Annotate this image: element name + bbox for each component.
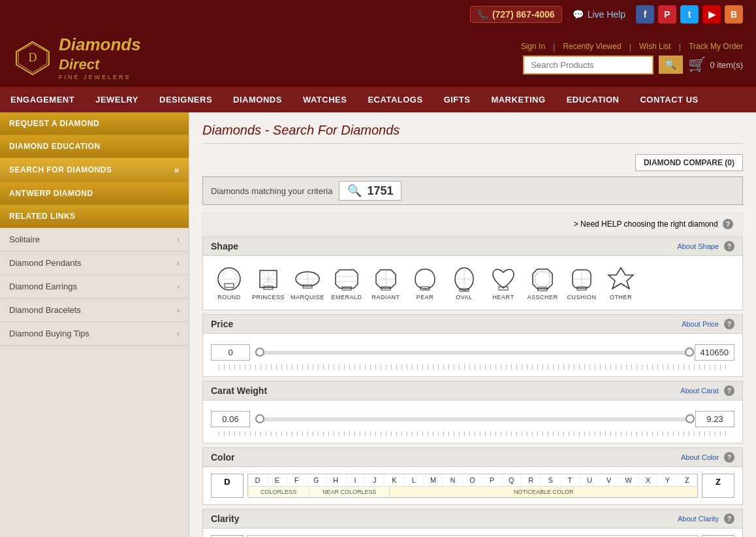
nav-engagement[interactable]: ENGAGEMENT xyxy=(0,87,85,112)
search-input[interactable] xyxy=(523,56,654,74)
about-color-icon: ? xyxy=(724,452,734,463)
shape-grid: ROUND PRINCESS xyxy=(211,263,734,303)
sign-in-link[interactable]: Sign In xyxy=(521,42,545,51)
nav-watches[interactable]: WATCHES xyxy=(292,87,358,112)
shape-round[interactable]: ROUND xyxy=(211,263,247,303)
logo-text-area: DiamondsDirect FINE JEWELERS xyxy=(59,35,141,80)
about-carat-link[interactable]: About Carat ? xyxy=(680,385,734,396)
help-icon[interactable]: ? xyxy=(723,219,733,229)
twitter-icon[interactable]: t xyxy=(680,5,699,24)
sidebar-link-earrings[interactable]: Diamond Earrings › xyxy=(0,275,189,299)
nav-gifts[interactable]: GIFTS xyxy=(433,87,481,112)
carat-filter-title: Carat Weight xyxy=(211,385,267,396)
nav-jewelry[interactable]: JEWELRY xyxy=(85,87,149,112)
about-clarity-link[interactable]: About Clarity ? xyxy=(678,513,734,524)
live-help-label: Live Help xyxy=(588,9,625,20)
phone-box[interactable]: 📞 (727) 867-4006 xyxy=(470,6,562,23)
carat-min-value[interactable]: 0.06 xyxy=(211,411,250,427)
chevron-icon: › xyxy=(177,306,180,315)
sidebar-btn-request[interactable]: REQUEST A DIAMOND xyxy=(0,112,189,135)
price-range-track[interactable] xyxy=(255,351,689,355)
sidebar-link-pendants[interactable]: Diamond Pendants › xyxy=(0,252,189,275)
sidebar-link-solitaire[interactable]: Solitaire › xyxy=(0,228,189,252)
chevron-icon: › xyxy=(177,329,180,338)
carat-range-track[interactable] xyxy=(255,417,690,421)
shape-filter-body: ROUND PRINCESS xyxy=(203,256,742,310)
cart-icon: 🛒 xyxy=(688,56,706,73)
svg-marker-20 xyxy=(336,270,358,288)
price-range-row: 0 410650 xyxy=(211,340,734,365)
color-min-val[interactable]: D xyxy=(211,474,244,498)
track-order-link[interactable]: Track My Order xyxy=(689,42,743,51)
shape-oval[interactable]: OVAL xyxy=(446,263,482,303)
sidebar-btn-education[interactable]: DIAMOND EDUCATION xyxy=(0,135,189,158)
nav-ecatalogs[interactable]: ECATALOGS xyxy=(357,87,433,112)
sidebar-btn-antwerp[interactable]: ANTWERP DIAMOND xyxy=(0,182,189,205)
shape-other[interactable]: OTHER xyxy=(603,263,639,303)
youtube-icon[interactable]: ▶ xyxy=(702,5,721,24)
shape-heart[interactable]: HEART xyxy=(485,263,522,303)
matching-count-box: 🔍 1751 xyxy=(339,181,402,201)
shape-pear[interactable]: PEAR xyxy=(407,263,443,303)
sidebar-link-bracelets[interactable]: Diamond Bracelets › xyxy=(0,299,189,322)
price-filter-title: Price xyxy=(211,319,233,329)
help-bar: > Need HELP choosing the right diamond ? xyxy=(202,213,743,235)
color-max-val[interactable]: Z xyxy=(702,474,734,498)
matching-bar: Diamonds matching your criteria 🔍 1751 xyxy=(202,176,743,205)
sidebar-btn-related[interactable]: RELATED LINKS xyxy=(0,205,189,228)
pinterest-icon[interactable]: P xyxy=(658,5,676,24)
cart-area[interactable]: 🛒 0 item(s) xyxy=(688,56,743,73)
carat-max-value[interactable]: 9.23 xyxy=(695,411,734,427)
sidebar-link-buying-tips[interactable]: Diamond Buying Tips › xyxy=(0,322,189,346)
compare-button[interactable]: DIAMOND COMPARE (0) xyxy=(635,154,743,171)
carat-filter-header: Carat Weight About Carat ? xyxy=(203,382,742,400)
shape-radiant[interactable]: RADIANT xyxy=(368,263,404,303)
blogger-icon[interactable]: B xyxy=(725,5,743,24)
price-filter-body: 0 410650 xyxy=(203,334,742,376)
recently-viewed-link[interactable]: Recently Viewed xyxy=(563,42,621,51)
nav-designers[interactable]: DESIGNERS xyxy=(149,87,223,112)
facebook-icon[interactable]: f xyxy=(636,5,654,24)
price-max-value[interactable]: 410650 xyxy=(695,344,734,361)
page-title: Diamonds - Search For Diamonds xyxy=(202,123,743,144)
svg-text:D: D xyxy=(29,51,37,64)
about-carat-icon: ? xyxy=(724,385,734,396)
live-help-icon: 💬 xyxy=(573,9,584,20)
logo-sub: FINE JEWELERS xyxy=(59,74,141,80)
wish-list-link[interactable]: Wish List xyxy=(639,42,671,51)
shape-filter-title: Shape xyxy=(211,241,238,252)
sidebar-btn-search[interactable]: SEARCH FOR DIAMONDS » xyxy=(0,158,189,182)
svg-marker-42 xyxy=(608,268,633,289)
shape-marquise[interactable]: MARQUISE xyxy=(289,263,326,303)
color-filter-header: Color About Color ? xyxy=(203,448,742,467)
shape-princess[interactable]: PRINCESS xyxy=(250,263,287,303)
nav-diamonds[interactable]: DIAMONDS xyxy=(223,87,292,112)
top-bar: 📞 (727) 867-4006 💬 Live Help f P t ▶ B xyxy=(0,0,756,29)
chevron-icon: › xyxy=(177,282,180,291)
about-color-link[interactable]: About Color ? xyxy=(681,452,734,463)
nav-contact-us[interactable]: CONTACT US xyxy=(629,87,708,112)
price-min-value[interactable]: 0 xyxy=(211,344,250,361)
clarity-filter: Clarity About Clarity ? FL FL IF VVS1 VV… xyxy=(202,509,743,537)
live-help[interactable]: 💬 Live Help xyxy=(573,9,625,20)
shape-cushion[interactable]: CUSHION xyxy=(563,263,600,303)
nav-education[interactable]: EDUCATION xyxy=(556,87,630,112)
carat-range-row: 0.06 9.23 xyxy=(211,407,734,431)
price-filter-header: Price About Price ? xyxy=(203,315,742,334)
shape-emerald[interactable]: EMERALD xyxy=(328,263,365,303)
logo-bar: D DiamondsDirect FINE JEWELERS Sign In |… xyxy=(0,29,756,87)
chevron-icon: › xyxy=(177,259,180,268)
phone-icon: 📞 xyxy=(477,9,488,20)
about-price-link[interactable]: About Price ? xyxy=(682,319,734,329)
color-filter-title: Color xyxy=(211,452,235,463)
carat-filter: Carat Weight About Carat ? 0.06 9.23 xyxy=(202,381,743,444)
matching-label: Diamonds matching your criteria xyxy=(211,186,332,196)
carat-filter-body: 0.06 9.23 xyxy=(203,400,742,443)
svg-marker-36 xyxy=(535,272,550,286)
nav-marketing[interactable]: MARKETING xyxy=(480,87,556,112)
color-letters-row: D E F G H I J K L M N O P xyxy=(248,474,697,487)
page-body: REQUEST A DIAMOND DIAMOND EDUCATION SEAR… xyxy=(0,112,756,537)
about-shape-link[interactable]: About Shape ? xyxy=(677,241,734,252)
search-button[interactable]: 🔍 xyxy=(659,56,683,74)
shape-asscher[interactable]: ASSCHER xyxy=(524,263,561,303)
